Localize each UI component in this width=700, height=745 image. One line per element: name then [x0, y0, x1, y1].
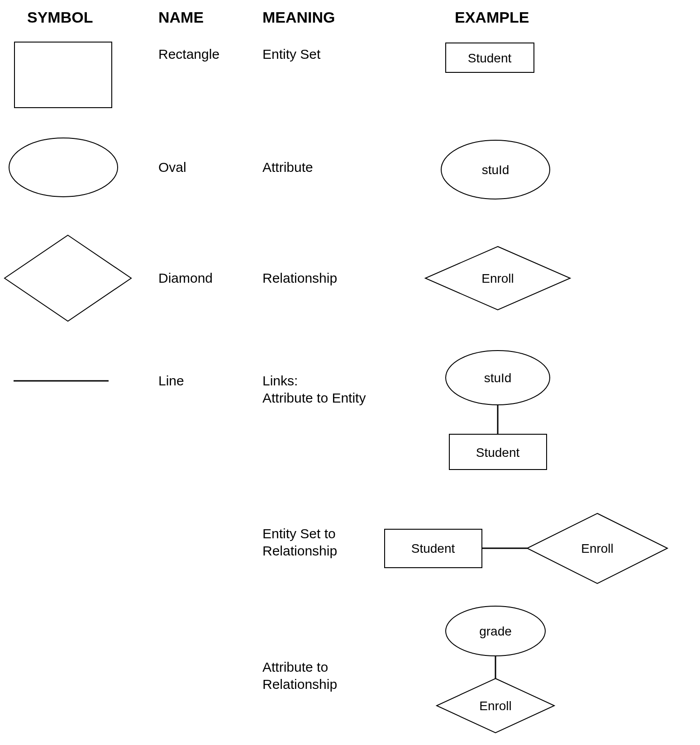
- row1-meaning: Entity Set: [262, 47, 321, 62]
- example-attribute-to-relationship: grade Enroll: [437, 606, 554, 733]
- example-attribute-to-entity: stuId Student: [446, 351, 550, 470]
- row4-meaning-line1: Links:: [262, 373, 298, 388]
- svg-text:grade: grade: [479, 624, 512, 638]
- row6-meaning-line1: Attribute to: [262, 660, 328, 674]
- row4-meaning-line2: Attribute to Entity: [262, 390, 366, 405]
- header-symbol: SYMBOL: [27, 9, 93, 26]
- svg-text:stuId: stuId: [484, 371, 512, 385]
- svg-text:Enroll: Enroll: [581, 541, 614, 555]
- row2-meaning: Attribute: [262, 160, 313, 175]
- header-name: NAME: [158, 9, 204, 26]
- header-meaning: MEANING: [262, 9, 335, 26]
- row5-meaning-line2: Relationship: [262, 543, 337, 558]
- svg-text:Student: Student: [468, 51, 512, 65]
- row6-meaning-line2: Relationship: [262, 677, 337, 692]
- row1-name: Rectangle: [158, 47, 219, 62]
- row4-name: Line: [158, 373, 184, 388]
- header-example: EXAMPLE: [455, 9, 529, 26]
- svg-text:Student: Student: [476, 446, 520, 460]
- row3-meaning: Relationship: [262, 270, 337, 285]
- symbol-diamond-icon: [5, 235, 131, 321]
- row2-name: Oval: [158, 160, 186, 175]
- symbol-rectangle-icon: [14, 42, 112, 108]
- example-relationship-enroll: Enroll: [425, 247, 570, 310]
- svg-text:Enroll: Enroll: [479, 699, 512, 713]
- svg-text:stuId: stuId: [482, 163, 510, 177]
- er-symbol-legend: SYMBOL NAME MEANING EXAMPLE Rectangle En…: [0, 0, 700, 745]
- row3-name: Diamond: [158, 270, 213, 285]
- example-attribute-stuid: stuId: [441, 140, 550, 199]
- row5-meaning-line1: Entity Set to: [262, 526, 336, 541]
- example-entity-to-relationship: Student Enroll: [385, 513, 667, 584]
- symbol-oval-icon: [9, 138, 118, 197]
- example-entity-student: Student: [446, 43, 534, 72]
- svg-text:Student: Student: [411, 541, 455, 555]
- svg-text:Enroll: Enroll: [481, 271, 514, 285]
